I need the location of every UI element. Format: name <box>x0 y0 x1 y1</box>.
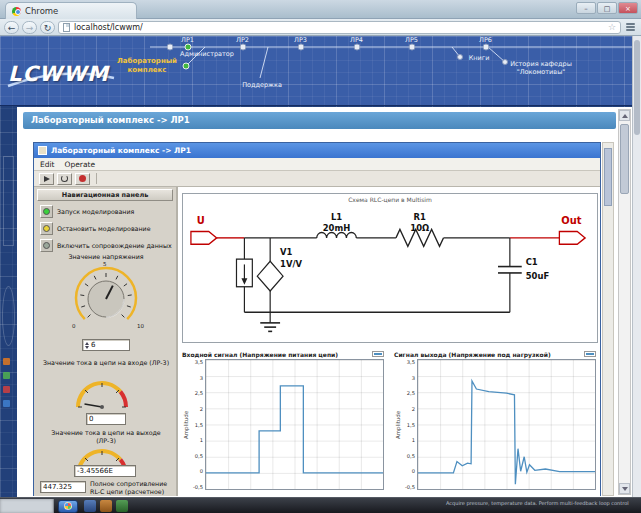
input-signal-chart: Входной сигнал (Напряжение питания цепи)… <box>182 349 384 494</box>
y-axis-label: Amplitude <box>182 359 190 490</box>
voltage-knob[interactable]: 0 5 10 <box>66 261 146 337</box>
site-logo[interactable]: LCWWM <box>6 54 116 94</box>
source-value: 1V/V <box>280 258 302 268</box>
taskbar-app-icon[interactable] <box>84 500 96 512</box>
background-artifact <box>3 400 10 407</box>
minimize-button[interactable]: – <box>576 2 596 14</box>
menu-operate[interactable]: Operate <box>65 160 96 169</box>
source-name: V1 <box>280 247 292 257</box>
page-content: Лабораторный комплекс -> ЛР1 Лабораторны… <box>17 107 632 497</box>
page-icon <box>63 23 70 32</box>
chart-legend-icon <box>584 351 596 357</box>
resistor-value: 10Ω <box>410 223 429 233</box>
knob-scale-min: 0 <box>72 323 76 329</box>
taskbar-wallpaper-text: Acquire pressure, temperature data. Perf… <box>446 500 636 506</box>
browser-titlebar: Chrome – □ × <box>0 0 641 19</box>
knob-scale-mid: 5 <box>103 261 107 267</box>
site-banner: LCWWM ЛР1 ЛР2 ЛР3 ЛР4 ЛР5 ЛР6 Администра… <box>0 36 641 106</box>
reload-button[interactable]: ↻ <box>40 21 55 34</box>
desktop-screen: Chrome – □ × ← → ↻ ☆ <box>0 0 641 513</box>
background-artifact <box>3 358 10 365</box>
run-continuous-button[interactable] <box>57 173 72 185</box>
y-axis-ticks: 3,532,521,510,50-0,5 <box>402 359 417 490</box>
page-scrollbar-thumb[interactable] <box>620 124 629 194</box>
menu-edit[interactable]: Edit <box>40 160 55 169</box>
chart-title: Сигнал выхода (Напряжение под нагрузкой) <box>394 351 551 358</box>
browser-scrollbar[interactable] <box>632 36 641 497</box>
data-led-icon <box>40 239 53 252</box>
current-out-gauge <box>70 445 134 483</box>
back-button[interactable]: ← <box>4 21 19 34</box>
nav-panel-title: Навигационная панель <box>37 189 173 201</box>
taskbar: Acquire pressure, temperature data. Perf… <box>0 497 641 513</box>
nav-node-lr1[interactable]: ЛР1 <box>181 36 194 44</box>
capacitor-name: C1 <box>526 257 538 267</box>
blueprint-decoration <box>3 156 14 246</box>
stop-simulation-button[interactable]: Остановить моделирование <box>40 222 174 235</box>
logo-text: LCWWM <box>8 62 109 86</box>
capacitor-value: 50uF <box>526 271 549 281</box>
vi-window-icon <box>38 146 47 155</box>
run-simulation-button[interactable]: Запуск моделирования <box>40 205 174 218</box>
close-button[interactable]: × <box>618 2 638 14</box>
inductor-value: 20mH <box>323 223 350 233</box>
vi-scrollbar-thumb[interactable] <box>604 148 612 206</box>
background-artifact <box>3 372 10 379</box>
y-axis-ticks: 3,532,521,510,50-0,5 <box>190 359 205 490</box>
current-out-value-box: -3.45566E <box>74 465 136 477</box>
taskbar-app-icon[interactable] <box>100 500 112 512</box>
start-orb-icon <box>64 502 72 510</box>
toolbar-separator <box>96 173 97 184</box>
window-controls: – □ × <box>576 2 638 14</box>
banner-link-support[interactable]: Поддержка <box>236 81 288 89</box>
current-in-value-box: 0 <box>86 413 126 425</box>
knob-scale-max: 10 <box>137 323 144 329</box>
vi-front-panel: Навигационная панель Запуск моделировани… <box>34 187 600 496</box>
nav-node-lr2[interactable]: ЛР2 <box>236 36 249 44</box>
banner-link-complex[interactable]: Лабораторный комплекс <box>110 57 184 75</box>
taskbar-window-preview[interactable] <box>0 499 54 513</box>
forward-button[interactable]: → <box>22 21 37 34</box>
chart-legend-icon <box>372 351 384 357</box>
voltage-knob-label: Значение напряжения <box>42 253 170 261</box>
schematic-drawing: U Out <box>183 206 599 342</box>
vi-title: Лабораторный комплекс -> ЛР1 <box>51 146 191 155</box>
page-breadcrumb: Лабораторный комплекс -> ЛР1 <box>23 112 616 129</box>
address-bar[interactable]: ☆ <box>58 21 621 34</box>
maximize-button[interactable]: □ <box>597 2 617 14</box>
taskbar-app-icon[interactable] <box>116 500 128 512</box>
stop-icon <box>79 175 86 182</box>
impedance-label: Полное сопротивление RL-C цепи (расчетно… <box>90 480 174 495</box>
resistor-name: R1 <box>414 212 426 222</box>
banner-link-history[interactable]: История кафедры "Локомотивы" <box>500 60 582 76</box>
scroll-down-arrow[interactable] <box>619 483 630 494</box>
spinner-icon[interactable] <box>85 342 89 349</box>
run-button[interactable] <box>39 173 54 185</box>
nav-node-lr4[interactable]: ЛР4 <box>350 36 363 44</box>
wrench-menu-icon[interactable] <box>624 22 637 33</box>
browser-scrollbar-thumb[interactable] <box>634 40 640 135</box>
banner-link-books[interactable]: Книги <box>464 54 494 62</box>
browser-tab[interactable]: Chrome <box>5 2 137 19</box>
page-scrollbar[interactable] <box>618 109 631 495</box>
vi-scrollbar[interactable] <box>602 142 614 496</box>
nav-node-lr3[interactable]: ЛР3 <box>294 36 307 44</box>
vi-menubar: Edit Operate <box>34 158 600 171</box>
nav-node-lr5[interactable]: ЛР5 <box>405 36 418 44</box>
stop-led-icon <box>40 222 53 235</box>
url-input[interactable] <box>74 22 604 33</box>
current-in-label: Значение тока в цепи на входе (ЛР-3) <box>42 359 170 367</box>
data-tracking-button[interactable]: Включить сопровождение данных <box>40 239 174 252</box>
chrome-favicon-icon <box>12 7 21 16</box>
nav-node-lr6[interactable]: ЛР6 <box>479 36 492 44</box>
start-button[interactable] <box>58 500 78 513</box>
impedance-value-box: 447.325 <box>40 481 86 493</box>
plot-area <box>417 359 596 490</box>
work-area: Схема RLC-цепи в Multisim U Out <box>180 187 600 496</box>
voltage-value-box[interactable]: 6 <box>82 339 130 351</box>
bookmark-star-icon[interactable]: ☆ <box>608 22 616 33</box>
abort-button[interactable] <box>75 173 90 185</box>
scroll-up-arrow[interactable] <box>619 110 630 121</box>
gauge-drawing <box>70 377 134 411</box>
current-out-label: Значение тока в цепи на выходе (ЛР-3) <box>42 429 170 444</box>
